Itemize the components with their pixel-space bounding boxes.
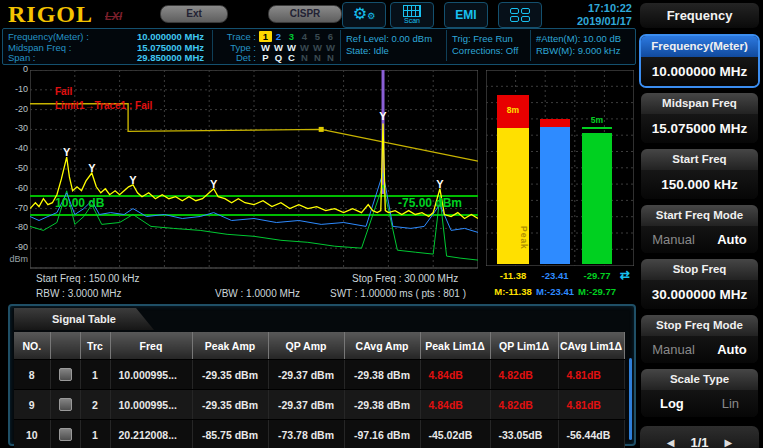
- display-line-label: -75.00 dBm: [398, 196, 462, 210]
- row-checkbox[interactable]: [59, 398, 72, 411]
- vbw-readout: VBW : 1.0000 MHz: [215, 288, 300, 299]
- table-scrollbar[interactable]: [629, 358, 632, 440]
- marker-icon: Y: [129, 174, 137, 186]
- row-checkbox[interactable]: [59, 428, 72, 441]
- bar-max-value: M:-11.38: [489, 286, 537, 297]
- trig-corrections: Trig: Free Run Corrections: Off: [452, 33, 518, 57]
- analyzer-screen: RIGOL LXI Ext CISPR ⚙⚙ Scan EMI 17:10:22…: [0, 0, 763, 448]
- divider: [340, 30, 341, 61]
- scan-label: Scan: [404, 17, 420, 25]
- signal-table-tab[interactable]: Signal Table: [14, 308, 154, 330]
- corrections: Corrections: Off: [452, 45, 518, 57]
- bar-qp: [540, 127, 570, 264]
- bar-name-label: Peak: [519, 226, 529, 250]
- column-header: Peak Amp: [192, 332, 268, 360]
- cell-qp: -29.37 dBm: [268, 360, 344, 390]
- emi-mode-button[interactable]: EMI: [444, 2, 488, 28]
- swap-icon[interactable]: ⇄: [616, 268, 634, 282]
- date: 2019/01/17: [548, 15, 632, 28]
- cell-qp_lim: -33.05dB: [490, 420, 558, 448]
- cell-peak: -85.75 dBm: [192, 420, 268, 448]
- trace-indicator-3: 3: [285, 31, 298, 42]
- softkey-stop-freq[interactable]: Stop Freq30.000000 MHz: [640, 258, 759, 310]
- bar-cap-label: 5m: [582, 115, 612, 125]
- divider: [446, 30, 447, 61]
- scan-grid-icon: [403, 5, 421, 17]
- info-value: 10.000000 MHz: [137, 31, 204, 42]
- softkey-label: Scale Type: [641, 369, 758, 390]
- cell-freq: 10.000995...: [110, 390, 192, 420]
- softkey-label: Stop Freq: [641, 259, 758, 280]
- softkey-options: ManualAuto: [641, 336, 758, 363]
- cell-chk: [50, 420, 80, 448]
- option-manual[interactable]: Manual: [652, 342, 695, 357]
- bar-maxhold-line: [582, 127, 612, 129]
- window-layout-button[interactable]: [498, 2, 542, 28]
- column-header: CAvg Lim1Δ: [558, 332, 624, 360]
- info-value: 29.850000 MHz: [137, 52, 204, 63]
- pager-next-icon[interactable]: ▶: [725, 437, 733, 448]
- cell-peak_lim: 4.84dB: [420, 360, 490, 390]
- cell-chk: [50, 360, 80, 390]
- softkey-value: 150.000 kHz: [641, 170, 758, 199]
- y-tick-label: -20: [2, 104, 28, 114]
- softkey-scale-type[interactable]: Scale TypeLogLin: [640, 368, 759, 418]
- column-header: Freq: [110, 332, 192, 360]
- start-freq-readout: Start Freq : 150.00 kHz: [36, 273, 139, 284]
- type-indicator-6: W: [324, 42, 337, 53]
- ext-button[interactable]: Ext: [160, 5, 228, 23]
- type-indicator-3: W: [285, 42, 298, 53]
- cispr-button[interactable]: CISPR: [268, 5, 342, 23]
- y-axis-unit: dBm: [2, 254, 28, 264]
- option-lin[interactable]: Lin: [722, 396, 739, 411]
- scan-button[interactable]: Scan: [390, 2, 434, 28]
- cell-cavg_lim: 4.81dB: [558, 390, 624, 420]
- settings-button[interactable]: ⚙⚙: [342, 2, 386, 28]
- softkey-start-freq-mode[interactable]: Start Freq ModeManualAuto: [640, 204, 759, 254]
- cell-peak: -29.35 dBm: [192, 390, 268, 420]
- trace-indicator-1: 1: [259, 31, 272, 42]
- column-header: Peak Lim1Δ: [420, 332, 490, 360]
- det-indicator-5: N: [311, 52, 324, 63]
- bar-name-label: CAvg: [602, 226, 612, 252]
- delta-line-label: 10.00 dB: [55, 196, 104, 210]
- column-header: QP Lim1Δ: [490, 332, 558, 360]
- table-row[interactable]: 8110.000995...-29.35 dBm-29.37 dBm-29.38…: [14, 360, 624, 390]
- option-manual[interactable]: Manual: [652, 232, 695, 247]
- indicator-label: Type :: [218, 42, 256, 53]
- trig: Trig: Free Run: [452, 33, 518, 45]
- table-row[interactable]: 9210.000995...-29.35 dBm-29.37 dBm-29.38…: [14, 390, 624, 420]
- type-indicator-4: W: [298, 42, 311, 53]
- softkey-midspan-freq[interactable]: Midspan Freq15.075000 MHz: [640, 92, 759, 144]
- table-row[interactable]: 10120.212008...-85.75 dBm-73.78 dBm-97.1…: [14, 420, 624, 448]
- swt-readout: SWT : 1.00000 ms ( pts : 801 ): [330, 288, 466, 299]
- clock: 17:10:22 2019/01/17: [548, 2, 632, 28]
- cell-peak_lim: 4.84dB: [420, 390, 490, 420]
- softkey-label: Midspan Freq: [641, 93, 758, 114]
- atten-rbw: #Atten(M): 10.00 dB RBW(M): 9.000 kHz: [536, 33, 621, 57]
- row-checkbox[interactable]: [59, 368, 72, 381]
- cell-trc: 1: [80, 360, 110, 390]
- cell-qp: -73.78 dBm: [268, 420, 344, 448]
- cell-cavg_lim: 4.81dB: [558, 360, 624, 390]
- cell-freq: 20.212008...: [110, 420, 192, 448]
- info-row: Midspan Freq :15.075000 MHz: [8, 42, 204, 53]
- type-indicator-1: W: [259, 42, 272, 53]
- cell-no: 8: [14, 360, 50, 390]
- indicator-label: Trace :: [218, 31, 256, 42]
- cell-no: 10: [14, 420, 50, 448]
- softkey-stop-freq-mode[interactable]: Stop Freq ModeManualAuto: [640, 314, 759, 364]
- softkey-start-freq[interactable]: Start Freq150.000 kHz: [640, 148, 759, 200]
- y-tick-label: -70: [2, 203, 28, 213]
- bar-cap-label: 8m: [497, 105, 529, 115]
- softkey-frequency-meter-[interactable]: Frequency(Meter)10.000000 MHz: [639, 34, 760, 88]
- softkey-label: Start Freq: [641, 149, 758, 170]
- bar-value: -29.77: [576, 270, 618, 281]
- option-auto[interactable]: Auto: [717, 342, 747, 357]
- rigol-logo: RIGOL: [8, 2, 93, 26]
- pager-prev-icon[interactable]: ◀: [667, 437, 675, 448]
- indicator-label: Det :: [218, 52, 256, 63]
- ref-level-state: Ref Level: 0.00 dBm State: Idle: [346, 33, 432, 57]
- option-log[interactable]: Log: [660, 396, 684, 411]
- option-auto[interactable]: Auto: [717, 232, 747, 247]
